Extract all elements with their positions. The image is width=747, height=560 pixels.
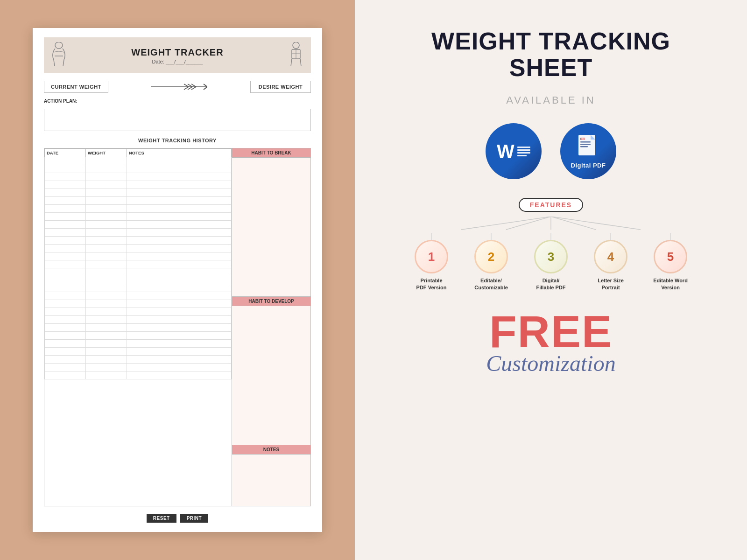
habit-break-section: HABIT TO BREAK [232,148,310,296]
reset-button[interactable]: RESET [147,514,176,523]
svg-line-16 [551,217,596,230]
habit-develop-header: HABIT TO DEVELOP [232,297,310,306]
pdf-format-icon[interactable]: PDF Digital PDF [560,123,616,179]
table-row [45,356,232,364]
col-weight: WEIGHT [86,149,127,157]
female-body-icon [49,42,68,70]
feature-num-5: 5 [667,250,674,264]
notes-section: NOTES [232,445,310,506]
svg-rect-9 [580,144,591,145]
tracking-table: DATE WEIGHT NOTES [44,148,232,506]
features-connector-svg [439,217,663,231]
table-row [45,316,232,324]
male-body-icon [287,42,305,70]
doc-header-center: WEIGHT TRACKER Date: ___/___/______ [68,47,287,64]
features-badge: FEATURES [519,198,583,212]
habit-break-body[interactable] [232,158,310,296]
table-row [45,252,232,260]
doc-title: WEIGHT TRACKER [68,47,287,58]
feature-item-3: 3 Digital/Fillable PDF [525,240,577,291]
col-notes: NOTES [127,149,232,157]
habits-notes-col: HABIT TO BREAK HABIT TO DEVELOP NOTES [232,148,311,506]
table-row [45,189,232,197]
feature-label-1: PrintablePDF Version [416,277,447,291]
document: WEIGHT TRACKER Date: ___/___/______ CURR… [33,28,322,532]
pdf-label: Digital PDF [571,162,606,169]
pdf-doc-svg: PDF [577,134,600,158]
table-row [45,364,232,371]
main-title-line2: SHEET [431,55,670,81]
action-plan-box[interactable] [44,109,311,131]
notes-body[interactable] [232,455,310,506]
table-row [45,229,232,237]
table-row [45,165,232,173]
table-row [45,348,232,356]
main-title-line1: WEIGHT TRACKING [431,28,670,55]
left-panel: WEIGHT TRACKER Date: ___/___/______ CURR… [0,0,355,560]
section-title: WEIGHT TRACKING HISTORY [44,138,311,143]
table-row [45,284,232,292]
habit-develop-body[interactable] [232,306,310,445]
feature-label-2: Editable/Customizable [474,277,508,291]
table-row [45,276,232,284]
table-row [45,245,232,252]
svg-rect-10 [580,146,588,147]
habit-break-header: HABIT TO BREAK [232,148,310,158]
current-weight-box: CURRENT WEIGHT [44,81,108,93]
doc-footer: RESET PRINT [44,514,311,523]
feature-num-2: 2 [488,250,494,264]
word-lines [517,147,530,156]
tracking-area: DATE WEIGHT NOTES [44,148,311,506]
word-format-icon[interactable]: W [486,123,542,179]
table-row [45,308,232,316]
feature-num-4: 4 [607,250,614,264]
feature-label-3: Digital/Fillable PDF [536,277,566,291]
feature-circle-3: 3 [534,240,568,273]
format-icons: W [486,123,616,179]
table-row [45,221,232,229]
svg-line-17 [551,217,641,230]
feature-item-4: 4 Letter SizePortrait [585,240,636,291]
feature-num-1: 1 [428,250,435,264]
feature-label-5: Editable WordVersion [653,277,688,291]
col-date: DATE [45,149,86,157]
feature-label-4: Letter SizePortrait [598,277,624,291]
table-row [45,181,232,189]
pdf-icon-inner: PDF Digital PDF [571,134,606,169]
svg-text:PDF: PDF [581,138,585,140]
free-text: FREE [486,309,615,354]
feature-item-1: 1 PrintablePDF Version [406,240,457,291]
arrow-area [112,82,247,91]
feature-num-3: 3 [548,250,554,264]
weight-row: CURRENT WEIGHT DESIRE WEIGHT [44,81,311,93]
customization-text: Customization [486,350,615,376]
habit-develop-section: HABIT TO DEVELOP [232,296,310,445]
table-row [45,300,232,308]
feature-item-5: 5 Editable WordVersion [645,240,696,291]
available-in: AVAILABLE IN [506,94,595,106]
desire-weight-box: DESIRE WEIGHT [250,81,311,93]
feature-circle-4: 4 [594,240,627,273]
features-circles: 1 PrintablePDF Version 2 Editable/Custom… [406,240,696,291]
free-section: FREE Customization [486,309,615,376]
table-row [45,260,232,268]
doc-header: WEIGHT TRACKER Date: ___/___/______ [44,37,311,73]
svg-rect-8 [580,141,591,143]
doc-date: Date: ___/___/______ [68,59,287,64]
table-row [45,197,232,205]
table-row [45,371,232,379]
table-row [45,340,232,348]
svg-line-13 [461,217,551,230]
table-row [45,205,232,213]
table-row [45,268,232,276]
word-icon-inner: W [497,141,530,162]
table-row [45,213,232,221]
feature-circle-5: 5 [654,240,687,273]
table-row [45,173,232,181]
svg-point-1 [293,42,299,49]
table-row [45,332,232,340]
table-row [45,157,232,165]
print-button[interactable]: PRINT [180,514,209,523]
svg-point-0 [55,42,63,49]
table-row [45,292,232,300]
